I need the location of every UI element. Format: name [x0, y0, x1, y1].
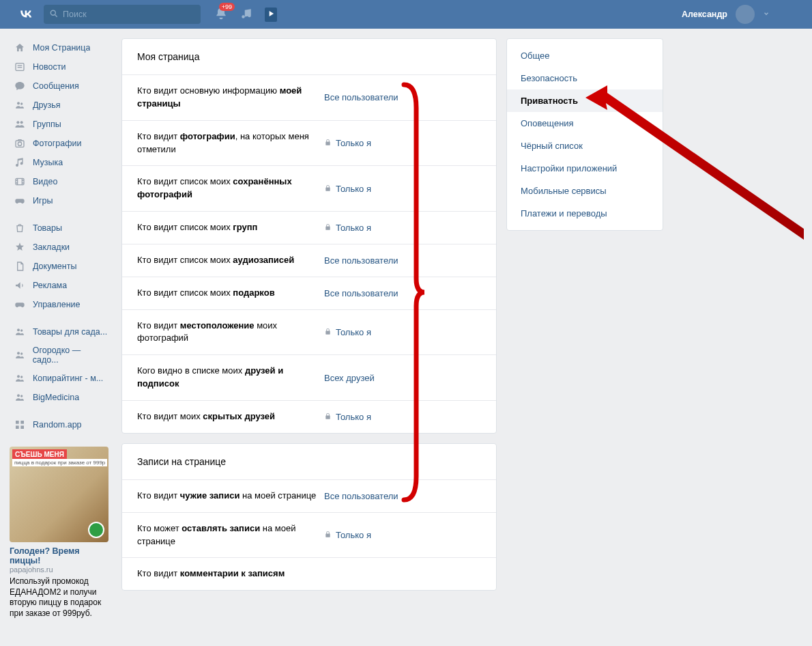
- home-icon: [14, 42, 26, 53]
- nav-item-docs[interactable]: Документы: [10, 257, 112, 276]
- search-box[interactable]: [44, 5, 201, 24]
- lock-icon: [324, 412, 332, 422]
- privacy-value-dropdown[interactable]: Только я: [324, 327, 481, 337]
- nav-label: Новости: [33, 62, 66, 72]
- settings-tab-Настройки приложений[interactable]: Настройки приложений: [507, 157, 663, 180]
- privacy-value-dropdown[interactable]: Только я: [324, 138, 481, 148]
- privacy-value-text: Только я: [336, 223, 371, 233]
- svg-point-17: [20, 376, 23, 378]
- nav-label: Фотографии: [33, 139, 81, 148]
- vk-logo-icon[interactable]: [18, 5, 34, 24]
- privacy-value-dropdown[interactable]: Только я: [324, 530, 481, 540]
- app-icon: [14, 419, 26, 430]
- privacy-value-text: Всех друзей: [324, 373, 375, 383]
- nav-item-music[interactable]: Музыка: [10, 153, 112, 172]
- ad-substripe: пицца в подарок при заказе от 999р: [12, 459, 107, 466]
- privacy-row: Кто видит список моих группТолько я: [122, 211, 496, 244]
- video-icon: [14, 176, 26, 187]
- ad-block[interactable]: СЪЕШЬ МЕНЯ пицца в подарок при заказе от…: [10, 447, 108, 619]
- svg-point-7: [16, 121, 19, 124]
- privacy-value-dropdown[interactable]: Все пользователи: [324, 255, 481, 266]
- nav-item-friends[interactable]: Товары для сада...: [10, 322, 112, 341]
- nav-item-home[interactable]: Моя Страница: [10, 38, 112, 57]
- nav-label: BigMedicina: [33, 393, 79, 402]
- settings-tab-Безопасность[interactable]: Безопасность: [507, 67, 663, 89]
- nav-item-news[interactable]: Новости: [10, 57, 112, 76]
- groups-icon: [14, 119, 26, 130]
- privacy-value-dropdown[interactable]: Всех друзей: [324, 373, 481, 383]
- nav-item-friends[interactable]: Друзья: [10, 96, 112, 115]
- music-player-icon[interactable]: [240, 8, 252, 22]
- nav-item-app[interactable]: Random.app: [10, 415, 112, 434]
- video-play-icon[interactable]: [265, 8, 277, 22]
- nav-label: Управление: [33, 300, 81, 309]
- svg-point-12: [17, 328, 20, 331]
- docs-icon: [14, 261, 26, 272]
- nav-item-ads[interactable]: Реклама: [10, 276, 112, 295]
- privacy-value-dropdown[interactable]: Все пользователи: [324, 491, 481, 501]
- news-icon: [14, 61, 26, 72]
- friends-icon: [14, 326, 26, 337]
- ad-stripe: СЪЕШЬ МЕНЯ: [12, 449, 67, 460]
- ad-image: СЪЕШЬ МЕНЯ пицца в подарок при заказе от…: [10, 447, 108, 542]
- nav-item-games[interactable]: Игры: [10, 191, 112, 210]
- privacy-row: Кто видит список моих подарковВсе пользо…: [122, 277, 496, 309]
- privacy-label: Кто может оставлять записи на моей стран…: [137, 522, 324, 548]
- settings-tab-Мобильные сервисы[interactable]: Мобильные сервисы: [507, 180, 663, 202]
- svg-point-8: [20, 121, 23, 124]
- nav-item-bookmark[interactable]: Закладки: [10, 238, 112, 257]
- privacy-value-text: Все пользователи: [324, 255, 398, 266]
- svg-line-1: [55, 14, 57, 16]
- privacy-label: Кто видит чужие записи на моей странице: [137, 490, 324, 503]
- photo-icon: [14, 138, 26, 149]
- privacy-label: Кто видит комментарии к записям: [137, 567, 324, 580]
- nav-item-video[interactable]: Видео: [10, 172, 112, 191]
- privacy-value-dropdown[interactable]: Только я: [324, 184, 481, 194]
- settings-tab-Общее[interactable]: Общее: [507, 44, 663, 67]
- lock-icon: [324, 184, 332, 194]
- user-menu[interactable]: Александр: [682, 5, 770, 24]
- privacy-row: Кто видит местоположение моих фотографий…: [122, 309, 496, 355]
- settings-tab-Оповещения[interactable]: Оповещения: [507, 112, 663, 135]
- nav-label: Закладки: [33, 242, 70, 252]
- privacy-value-dropdown[interactable]: Все пользователи: [324, 288, 481, 298]
- privacy-value-text: Все пользователи: [324, 92, 398, 102]
- section-header-posts: Записи на странице: [122, 444, 496, 479]
- settings-tab-Приватность[interactable]: Приватность: [507, 89, 663, 112]
- settings-tab-Чёрный список[interactable]: Чёрный список: [507, 135, 663, 157]
- nav-item-friends[interactable]: Копирайтинг - м...: [10, 369, 112, 388]
- nav-label: Товары для сада...: [33, 327, 107, 337]
- nav-label: Огородко — садо...: [33, 346, 108, 365]
- nav-item-manage[interactable]: Управление: [10, 295, 112, 314]
- nav-label: Игры: [33, 196, 53, 206]
- privacy-label: Кто видит список моих сохранённых фотогр…: [137, 175, 324, 201]
- svg-point-15: [20, 352, 23, 354]
- privacy-value-dropdown[interactable]: Только я: [324, 223, 481, 233]
- svg-point-19: [20, 395, 23, 397]
- search-input[interactable]: [63, 10, 195, 19]
- settings-tab-Платежи и переводы[interactable]: Платежи и переводы: [507, 202, 663, 225]
- svg-point-16: [17, 375, 20, 378]
- user-avatar: [736, 5, 755, 24]
- nav-item-goods[interactable]: Товары: [10, 219, 112, 238]
- svg-point-10: [18, 142, 21, 145]
- privacy-label: Кто видит местоположение моих фотографий: [137, 320, 324, 346]
- svg-rect-22: [16, 425, 19, 429]
- msg-icon: [14, 81, 26, 92]
- svg-rect-21: [20, 421, 24, 424]
- privacy-value-text: Только я: [336, 184, 371, 194]
- privacy-value-dropdown[interactable]: Только я: [324, 412, 481, 422]
- privacy-value-text: Все пользователи: [324, 491, 398, 501]
- privacy-row: Кто видит основную информацию моей стран…: [122, 74, 496, 120]
- nav-item-photo[interactable]: Фотографии: [10, 134, 112, 153]
- notification-badge: +99: [219, 3, 235, 11]
- nav-label: Моя Страница: [33, 43, 90, 53]
- nav-item-friends[interactable]: Огородко — садо...: [10, 341, 112, 369]
- nav-item-msg[interactable]: Сообщения: [10, 76, 112, 96]
- privacy-value-dropdown[interactable]: Все пользователи: [324, 92, 481, 102]
- privacy-value-text: Только я: [336, 412, 371, 422]
- nav-item-groups[interactable]: Группы: [10, 115, 112, 134]
- nav-item-friends[interactable]: BigMedicina: [10, 388, 112, 407]
- user-name: Александр: [682, 10, 727, 19]
- notifications-icon[interactable]: +99: [214, 7, 228, 23]
